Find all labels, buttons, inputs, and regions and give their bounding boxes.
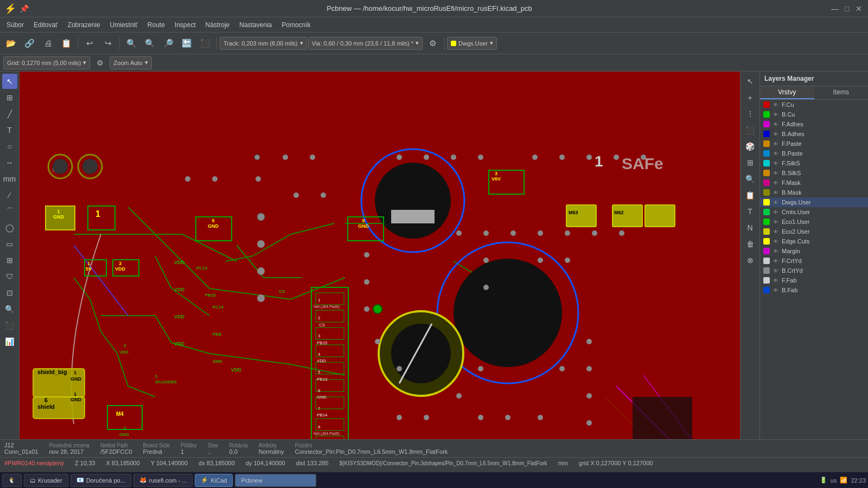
layer-item-b-silks[interactable]: 👁B.SilkS: [760, 168, 868, 178]
N-tool[interactable]: N: [743, 220, 758, 235]
layer-visible-b-mask[interactable]: 👁: [773, 190, 778, 196]
tab-items[interactable]: Items: [814, 86, 869, 99]
layer-selector[interactable]: Dwgs.User ▾: [447, 37, 497, 50]
layer-visible-b-paste[interactable]: 👁: [773, 151, 778, 157]
menu-item-route[interactable]: Route: [143, 20, 169, 30]
add-zone-tool[interactable]: ⊞: [2, 253, 17, 268]
zoom-in-button[interactable]: 🔍: [141, 35, 158, 52]
layer-item-b-adhes[interactable]: 👁B.Adhes: [760, 129, 868, 139]
layer-item-eco1-user[interactable]: 👁Eco1.User: [760, 217, 868, 227]
maximize-button[interactable]: □: [842, 4, 852, 14]
taskbar-email[interactable]: 📧 Doručená po...: [71, 474, 131, 487]
taskbar-krusader[interactable]: 🗂 Krusader: [24, 474, 68, 487]
layer-visible-dwgs-user[interactable]: 👁: [773, 200, 778, 206]
board-stats-tool[interactable]: 📋: [743, 188, 758, 203]
grid-settings-button[interactable]: ⚙: [93, 56, 106, 69]
layer-visible-b-silks[interactable]: 👁: [773, 170, 778, 176]
select-tool[interactable]: ↖: [2, 74, 17, 89]
layer-visible-eco1-user[interactable]: 👁: [773, 219, 778, 225]
layer-item-cmts-user[interactable]: 👁Cmts.User: [760, 207, 868, 217]
inspect-tool[interactable]: ⊞: [2, 90, 17, 105]
zoom-fit-button[interactable]: 🔍: [123, 35, 140, 52]
menu-item-inspect[interactable]: Inspect: [170, 20, 200, 30]
layer-item-b-cu[interactable]: 👁B.Cu: [760, 110, 868, 119]
close-button[interactable]: ✕: [854, 4, 864, 14]
draw-circle-tool[interactable]: ◯: [2, 220, 17, 235]
delete-tool[interactable]: 🗑: [743, 236, 758, 252]
layer-item-f-silks[interactable]: 👁F.SilkS: [760, 158, 868, 168]
layer-item-b-fab[interactable]: 👁B.Fab: [760, 285, 868, 295]
layer-item-f-paste[interactable]: 👁F.Paste: [760, 139, 868, 149]
layer-visible-f-crtyd[interactable]: 👁: [773, 258, 778, 264]
menu-item-editovať[interactable]: Editovať: [29, 20, 62, 30]
menu-item-zobrazenie[interactable]: Zobrazenie: [63, 20, 105, 30]
pcb-canvas[interactable]: USB USB 1 VDD VDD VDD VDD VDD PC13 PB15 …: [20, 72, 740, 439]
cursor-tool[interactable]: ↖: [743, 74, 758, 89]
drc-button[interactable]: ⚙: [424, 35, 441, 52]
layer-visible-f-adhes[interactable]: 👁: [773, 121, 778, 127]
layer-item-f-adhes[interactable]: 👁F.Adhes: [760, 119, 868, 129]
print-button[interactable]: 🖨: [39, 35, 56, 52]
flipboard-tool[interactable]: ⊗: [743, 253, 758, 268]
netinspect-tool[interactable]: 🔍: [743, 171, 758, 187]
draw-arc-tool[interactable]: ⌒: [2, 204, 17, 219]
minimize-button[interactable]: —: [830, 4, 840, 14]
layer-item-eco2-user[interactable]: 👁Eco2.User: [760, 227, 868, 236]
menu-item-súbor[interactable]: Súbor: [2, 20, 28, 30]
menu-item-pomocník[interactable]: Pomocník: [277, 20, 315, 30]
zoom-out-button[interactable]: 🔎: [159, 35, 177, 52]
start-button[interactable]: 🐧: [2, 474, 22, 487]
layer-item-f-crtyd[interactable]: 👁F.CrtYd: [760, 256, 868, 266]
tab-vrstvy[interactable]: Vrstvy: [760, 86, 814, 99]
layer-item-f-fab[interactable]: 👁F.Fab: [760, 275, 868, 285]
draw-line-tool[interactable]: ∕: [2, 188, 17, 203]
layer-visible-eco2-user[interactable]: 👁: [773, 229, 778, 235]
layer-item-b-crtyd[interactable]: 👁B.CrtYd: [760, 266, 868, 275]
zoom-area-button[interactable]: ⬛: [196, 35, 214, 52]
ratsnest-tool[interactable]: ⋮: [743, 106, 758, 121]
layer-item-f-cu[interactable]: 👁F.Cu: [760, 100, 868, 110]
layer-visible-margin[interactable]: 👁: [773, 248, 778, 254]
add-footprint-tool[interactable]: mm: [2, 171, 17, 187]
layer-visible-f-cu[interactable]: 👁: [773, 102, 778, 108]
scripting-tool[interactable]: ⊞: [743, 155, 758, 170]
zoom-selector[interactable]: Zoom Auto ▾: [110, 56, 151, 69]
redo-button[interactable]: ↪: [99, 35, 117, 52]
layer-visible-b-adhes[interactable]: 👁: [773, 131, 778, 137]
draw-rect-tool[interactable]: ▭: [2, 236, 17, 252]
layer-item-dwgs-user[interactable]: 👁Dwgs.User: [760, 197, 868, 207]
layer-visible-edge-cuts[interactable]: 👁: [773, 239, 778, 245]
highlight-net-tool[interactable]: ⬛: [743, 123, 758, 138]
menu-item-nastavenia[interactable]: Nastavenia: [235, 20, 276, 30]
plot-button[interactable]: 📋: [58, 35, 75, 52]
highlight-tool[interactable]: ⬛: [2, 318, 17, 333]
search-tool[interactable]: 🔍: [2, 301, 17, 317]
grid-selector[interactable]: Grid: 0,1270 mm (5,00 mils) ▾: [3, 56, 90, 69]
taskbar-kicad[interactable]: ⚡ KiCad: [195, 474, 233, 487]
measure-tool[interactable]: ↔: [2, 155, 17, 170]
taskbar-active-window[interactable]: Pcbnew: [235, 474, 316, 487]
layer-visible-b-cu[interactable]: 👁: [773, 112, 778, 118]
open-button[interactable]: 📂: [2, 35, 20, 52]
add-text-tool[interactable]: T: [2, 123, 17, 138]
layer-item-b-mask[interactable]: 👁B.Mask: [760, 188, 868, 197]
add-comp-tool[interactable]: +: [743, 90, 758, 105]
layer-visible-f-paste[interactable]: 👁: [773, 141, 778, 147]
layer-item-margin[interactable]: 👁Margin: [760, 246, 868, 256]
via-selector[interactable]: Via: 0,60 / 0,30 mm (23,6 / 11,8 mils) *…: [308, 37, 423, 50]
zoom-prev-button[interactable]: 🔙: [178, 35, 195, 52]
taskbar-firefox[interactable]: 🦊 rusefi.com - ...: [133, 474, 193, 487]
layer-visible-f-mask[interactable]: 👁: [773, 180, 778, 186]
track-selector[interactable]: Track: 0,203 mm (8,00 mils) ▾: [220, 37, 307, 50]
route-track-tool[interactable]: ╱: [2, 106, 17, 121]
menu-item-nástroje[interactable]: Nástroje: [201, 20, 234, 30]
layer-visible-b-fab[interactable]: 👁: [773, 287, 778, 293]
chart-tool[interactable]: 📊: [2, 334, 17, 349]
layer-item-edge-cuts[interactable]: 👁Edge.Cuts: [760, 236, 868, 246]
layer-visible-f-fab[interactable]: 👁: [773, 278, 778, 284]
layer-visible-f-silks[interactable]: 👁: [773, 160, 778, 166]
undo-button[interactable]: ↩: [81, 35, 98, 52]
menu-item-umiestniť[interactable]: Umiestniť: [106, 20, 142, 30]
layer-item-f-mask[interactable]: 👁F.Mask: [760, 178, 868, 188]
add-via-tool[interactable]: ○: [2, 139, 17, 154]
